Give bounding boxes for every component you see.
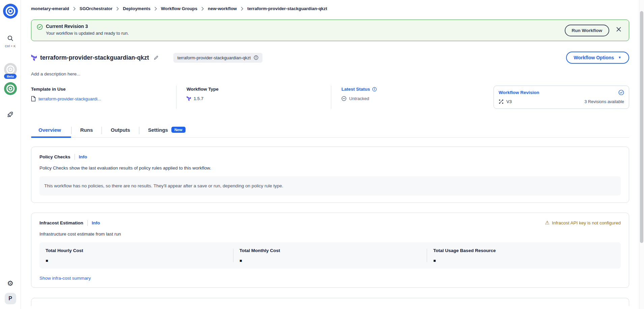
workflow-type-value: 1.5.7: [194, 96, 203, 101]
chevron-right-icon: [154, 7, 157, 11]
beta-badge: Beta: [4, 74, 17, 79]
edit-pencil-icon[interactable]: [153, 55, 159, 60]
next-section-card: [31, 298, 629, 306]
metric-monthly-value: ▪: [240, 258, 421, 263]
search-icon: [7, 35, 13, 41]
banner-message: Your workflow is updated and ready to ru…: [46, 31, 565, 36]
chevron-down-icon: ▼: [618, 56, 621, 59]
latest-status-value: Untracked: [349, 96, 369, 101]
main-content: monetary-emerald SGOrchestrator Deployme…: [21, 0, 639, 309]
infracost-subtitle: Infrastructure cost estimate from last r…: [39, 231, 621, 237]
breadcrumb-workflow[interactable]: terraform-provider-stackguardian-qkzt: [247, 6, 327, 11]
new-badge: New: [171, 127, 186, 133]
tab-runs[interactable]: Runs: [72, 126, 102, 137]
tab-outputs[interactable]: Outputs: [102, 126, 139, 137]
check-circle-icon: [37, 24, 43, 30]
revision-graph-icon: [499, 99, 504, 104]
tab-settings[interactable]: Settings New: [139, 126, 194, 137]
chevron-right-icon: [116, 7, 119, 11]
stackguardian-logo-icon[interactable]: [3, 3, 18, 19]
chevron-right-icon: [201, 7, 204, 11]
tab-bar: Overview Runs Outputs Settings New: [31, 126, 629, 137]
metric-usage-resource: Total Usage Based Resource ▪: [427, 248, 621, 263]
latest-status-label[interactable]: Latest Status: [341, 87, 494, 92]
workflow-id-chip[interactable]: terraform-provider-stackguardian-qkzt: [173, 53, 262, 63]
template-label: Template in Use: [31, 87, 176, 92]
infracost-card: Infracost Estimation Info ⚠ Infracost AP…: [31, 213, 629, 288]
user-avatar[interactable]: P: [5, 293, 16, 304]
breadcrumb-workflow-groups[interactable]: Workflow Groups: [161, 6, 197, 11]
terraform-icon: [187, 96, 191, 101]
terraform-icon: [31, 55, 37, 61]
description-placeholder[interactable]: Add a description here...: [31, 71, 629, 76]
search-shortcut-label: Ctrl + K: [5, 44, 16, 48]
revision-banner: Current Revision 3 Your workflow is upda…: [31, 20, 629, 41]
infracost-warning: ⚠ Infracost API key is not configured: [545, 220, 621, 225]
workflow-options-label: Workflow Options: [574, 55, 614, 60]
policy-info-link[interactable]: Info: [79, 154, 87, 159]
breadcrumb: monetary-emerald SGOrchestrator Deployme…: [31, 0, 629, 11]
app-window: Ctrl + K Beta ⚙ P mon: [0, 0, 644, 309]
run-workflow-button[interactable]: Run Workflow: [565, 25, 610, 36]
revision-title: Workflow Revision: [499, 90, 539, 95]
sidebar-item-active-workspace[interactable]: [4, 82, 17, 95]
chevron-right-icon: [241, 7, 244, 11]
breadcrumb-deployments[interactable]: Deployments: [123, 6, 150, 11]
metric-monthly-cost: Total Monthly Cost ▪: [233, 248, 427, 263]
workflow-options-button[interactable]: Workflow Options ▼: [566, 52, 629, 64]
infracost-info-link[interactable]: Info: [92, 220, 100, 225]
metric-hourly-cost: Total Hourly Cost ▪: [39, 248, 233, 263]
settings-gear-icon[interactable]: ⚙: [7, 280, 13, 287]
close-icon[interactable]: [616, 27, 621, 32]
revisions-available: 3 Revisions available: [585, 99, 624, 104]
divider: [331, 86, 331, 109]
breadcrumb-org[interactable]: monetary-emerald: [31, 6, 69, 11]
file-icon: [31, 96, 36, 101]
workflow-meta-row: Template in Use terraform-provider-stack…: [31, 86, 629, 109]
rocket-icon[interactable]: [7, 111, 14, 118]
breadcrumb-orchestrator[interactable]: SGOrchestrator: [80, 6, 113, 11]
cost-metrics: Total Hourly Cost ▪ Total Monthly Cost ▪…: [39, 242, 621, 269]
infracost-title: Infracost Estimation: [39, 220, 83, 225]
check-circle-icon: [618, 90, 624, 95]
metric-hourly-value: ▪: [46, 258, 227, 263]
global-search-button[interactable]: Ctrl + K: [5, 35, 16, 48]
breadcrumb-workflow-group[interactable]: new-workflow: [208, 6, 237, 11]
info-icon[interactable]: [372, 87, 377, 92]
metric-usage-value: ▪: [433, 258, 615, 263]
workflow-revision-card[interactable]: Workflow Revision: [494, 86, 629, 109]
template-link[interactable]: terraform-provider-stackguardi...: [38, 96, 101, 101]
show-infracost-summary-link[interactable]: Show infra-cost summary: [39, 276, 91, 281]
vertical-scrollbar[interactable]: [639, 0, 644, 309]
policy-checks-card: Policy Checks Info Policy Checks show th…: [31, 147, 629, 203]
sidebar: Ctrl + K Beta ⚙ P: [0, 0, 21, 309]
banner-title: Current Revision 3: [46, 24, 565, 29]
untracked-status-icon: [341, 96, 346, 101]
page-title: terraform-provider-stackguardian-qkzt: [40, 54, 149, 61]
divider: [87, 220, 88, 226]
tab-overview[interactable]: Overview: [31, 126, 71, 137]
scrollbar-thumb[interactable]: [640, 11, 643, 243]
workflow-id-label: terraform-provider-stackguardian-qkzt: [177, 55, 251, 60]
warning-triangle-icon: ⚠: [545, 220, 549, 225]
avatar-initial: P: [8, 296, 12, 302]
info-icon[interactable]: [254, 55, 258, 60]
policy-description: Policy Checks show the last evaluation r…: [39, 165, 621, 171]
divider: [75, 154, 75, 160]
workflow-type-label: Workflow Type: [187, 87, 331, 92]
policy-checks-title: Policy Checks: [39, 154, 71, 159]
divider: [176, 86, 176, 109]
revision-value: V3: [506, 99, 512, 104]
workflow-header: terraform-provider-stackguardian-qkzt te…: [31, 52, 629, 64]
policy-empty-message: This workflow has no policies, so there …: [39, 176, 621, 195]
chevron-right-icon: [73, 7, 76, 11]
